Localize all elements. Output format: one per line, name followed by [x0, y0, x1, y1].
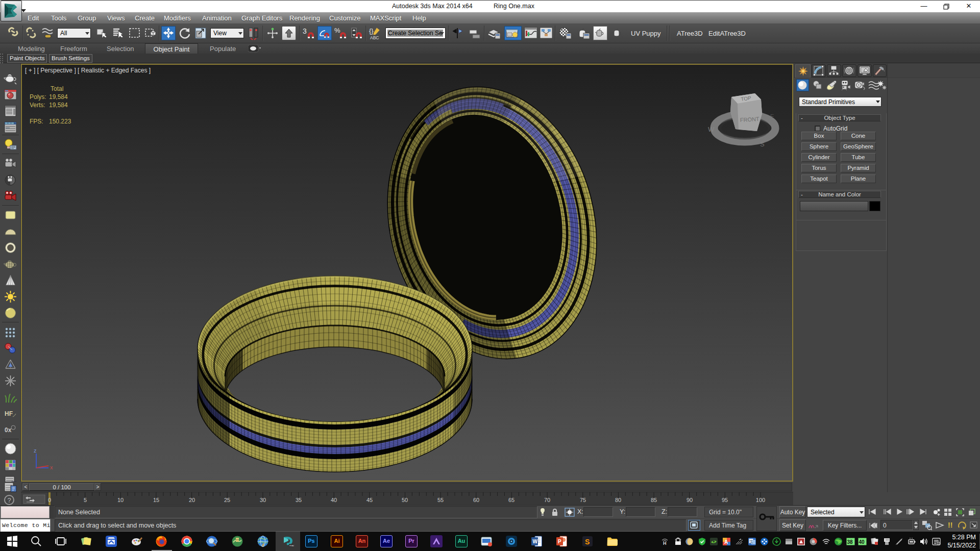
svg-text:S: S	[585, 538, 590, 546]
svg-text:E: E	[770, 113, 774, 119]
svg-text:38: 38	[847, 539, 853, 545]
svg-text:70: 70	[544, 497, 550, 503]
svg-text:0x: 0x	[5, 427, 12, 434]
svg-text:P: P	[558, 539, 561, 544]
svg-text:40: 40	[331, 497, 337, 503]
svg-text:5: 5	[84, 497, 87, 503]
svg-text:z: z	[34, 447, 37, 454]
svg-text:FRONT: FRONT	[740, 116, 760, 123]
svg-text:45: 45	[366, 497, 373, 503]
svg-text:35: 35	[296, 497, 302, 503]
svg-text:HF: HF	[5, 410, 13, 417]
svg-text:85: 85	[651, 497, 657, 503]
svg-text:40: 40	[859, 539, 865, 545]
svg-text:x: x	[50, 464, 53, 470]
svg-text:0: 0	[48, 497, 51, 503]
svg-text:3: 3	[303, 27, 307, 35]
svg-text:90: 90	[687, 497, 693, 503]
svg-text:75: 75	[580, 497, 586, 503]
svg-text:max: max	[289, 544, 294, 547]
svg-text:10: 10	[117, 497, 124, 503]
svg-text:50: 50	[402, 497, 408, 503]
svg-text:60: 60	[473, 497, 479, 503]
svg-text:65: 65	[508, 497, 514, 503]
svg-text:55: 55	[437, 497, 444, 503]
svg-text:文: 文	[750, 539, 753, 543]
svg-text:%: %	[334, 27, 340, 34]
svg-text:W: W	[533, 539, 538, 544]
svg-text:W: W	[708, 126, 715, 133]
svg-text:!!: !!	[948, 521, 952, 529]
svg-text:H: H	[663, 541, 667, 546]
svg-text:{}: {}	[369, 27, 374, 35]
svg-text:100: 100	[756, 497, 765, 503]
svg-text:ABC: ABC	[370, 35, 379, 40]
svg-text:80: 80	[615, 497, 621, 503]
svg-text:A: A	[724, 539, 728, 545]
svg-text:95: 95	[722, 497, 728, 503]
svg-text:15: 15	[153, 497, 159, 503]
svg-text:20: 20	[189, 497, 195, 503]
svg-text:S: S	[760, 140, 765, 148]
svg-text:30: 30	[260, 497, 266, 503]
svg-text:25: 25	[224, 497, 230, 503]
